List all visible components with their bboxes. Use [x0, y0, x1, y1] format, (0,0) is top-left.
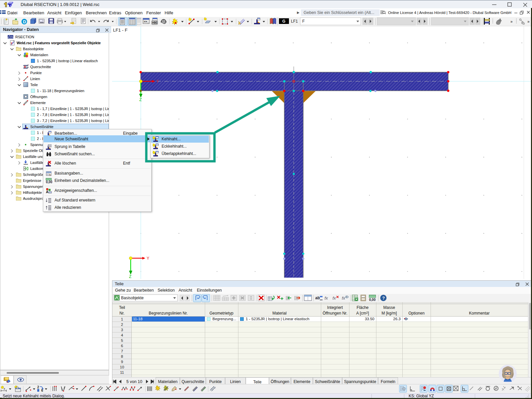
svg-text:fx: fx	[342, 296, 345, 301]
svg-text:2: 2	[37, 385, 39, 389]
svg-text:LF1: LF1	[291, 19, 298, 24]
svg-text:6: 6	[41, 389, 43, 392]
svg-text:T: T	[11, 42, 13, 45]
svg-text:Y: Y	[156, 79, 159, 84]
svg-text:fx: fx	[332, 296, 336, 301]
svg-text:Basisobjekte: Basisobjekte	[121, 296, 144, 300]
svg-text:D: D	[23, 19, 26, 24]
svg-text:0,00: 0,00	[369, 298, 376, 302]
svg-text:Z: Z	[129, 274, 131, 279]
svg-text:fx: fx	[325, 296, 328, 301]
svg-text:x: x	[4, 387, 5, 390]
svg-text:0,00: 0,00	[46, 180, 52, 184]
svg-text:»: »	[527, 19, 530, 24]
svg-text:F: F	[302, 19, 305, 24]
svg-text:?: ?	[382, 296, 385, 301]
svg-text:G: G	[282, 19, 285, 24]
svg-text:A: A	[46, 190, 49, 194]
svg-text:Z: Z	[139, 97, 142, 102]
svg-text:ab: ab	[315, 296, 320, 300]
svg-text:>SC: >SC	[152, 21, 158, 24]
svg-text:»: »	[510, 19, 513, 24]
svg-text:>>_: >>_	[144, 20, 149, 23]
svg-text:Y: Y	[147, 256, 149, 261]
